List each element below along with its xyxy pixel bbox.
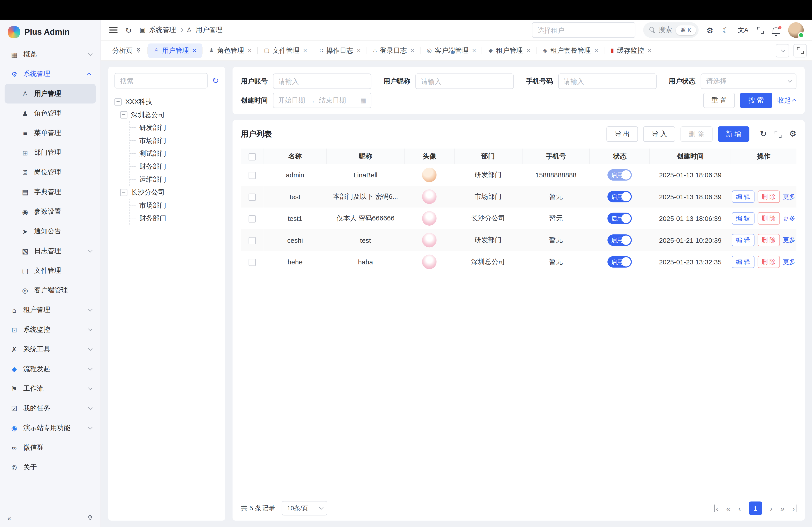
sidebar-item-wechat-group[interactable]: ∞ 微信群: [5, 438, 96, 457]
row-checkbox[interactable]: [249, 172, 256, 179]
sidebar-item-file-management[interactable]: ▢ 文件管理: [5, 261, 96, 281]
refresh-icon[interactable]: ↻: [126, 26, 132, 34]
first-page-icon[interactable]: ‹: [714, 504, 719, 512]
sidebar-item-workflow[interactable]: ⚑ 工作流: [5, 379, 96, 398]
sidebar-item-demo-features[interactable]: ◉ 演示站专用功能: [5, 418, 96, 438]
sidebar-item-role-management[interactable]: ♟ 角色管理: [5, 104, 96, 123]
delete-button[interactable]: 删 除: [757, 234, 780, 246]
row-checkbox[interactable]: [249, 193, 256, 201]
row-checkbox[interactable]: [249, 258, 256, 266]
table-settings-icon[interactable]: ⚙: [789, 130, 796, 138]
fullscreen-icon[interactable]: [757, 27, 764, 33]
tree-refresh-icon[interactable]: ↻: [212, 77, 219, 85]
collapse-sidebar-button[interactable]: «: [7, 514, 11, 522]
collapse-filters-link[interactable]: 收起: [777, 96, 796, 105]
pin-sidebar-icon[interactable]: [87, 515, 93, 521]
reset-button[interactable]: 重 置: [703, 93, 735, 108]
tree-node-root[interactable]: XXX科技: [114, 95, 219, 108]
tab-dropdown-button[interactable]: [776, 44, 789, 57]
tree-node-company[interactable]: 长沙分公司: [120, 186, 219, 199]
column-header[interactable]: 名称: [264, 149, 327, 164]
row-checkbox[interactable]: [249, 215, 256, 223]
tree-node-dept[interactable]: 市场部门: [130, 199, 219, 212]
batch-delete-button[interactable]: 删 除: [681, 126, 712, 142]
tab-operation-log[interactable]: ∷ 操作日志 ×: [314, 43, 366, 58]
close-icon[interactable]: ×: [248, 47, 251, 54]
tab-cache-monitor[interactable]: ▮ 缓存监控 ×: [605, 43, 657, 58]
sidebar-item-dict-management[interactable]: ▤ 字典管理: [5, 182, 96, 202]
tree-search-input[interactable]: [114, 73, 207, 89]
row-checkbox[interactable]: [249, 237, 256, 244]
close-icon[interactable]: ×: [410, 47, 414, 54]
next-pages-icon[interactable]: »: [780, 504, 784, 512]
page-size-select[interactable]: 10条/页: [282, 501, 328, 515]
tab-login-log[interactable]: ∴ 登录日志 ×: [367, 43, 420, 58]
tree-node-dept[interactable]: 财务部门: [130, 160, 219, 173]
tree-expander[interactable]: [114, 98, 121, 105]
close-icon[interactable]: ×: [648, 47, 651, 54]
breadcrumb-user[interactable]: 用户管理: [195, 25, 222, 34]
import-button[interactable]: 导 入: [643, 126, 675, 142]
current-page[interactable]: 1: [749, 501, 762, 515]
table-refresh-icon[interactable]: ↻: [760, 130, 767, 138]
tab-role-management[interactable]: ♟ 角色管理 ×: [203, 43, 257, 58]
phone-input[interactable]: [558, 74, 656, 89]
tree-expander[interactable]: [120, 111, 128, 118]
nickname-input[interactable]: [416, 74, 514, 89]
sidebar-item-system-tools[interactable]: ✗ 系统工具: [5, 340, 96, 359]
edit-button[interactable]: 编 辑: [732, 191, 754, 203]
table-fullscreen-icon[interactable]: [774, 131, 781, 137]
status-select[interactable]: 请选择: [700, 74, 796, 89]
search-button[interactable]: 搜 索: [740, 93, 772, 108]
next-page-icon[interactable]: ›: [770, 504, 772, 512]
more-button[interactable]: 更多: [783, 236, 795, 244]
sidebar-item-log-management[interactable]: ▧ 日志管理: [5, 241, 96, 261]
tree-node-company[interactable]: 深圳总公司: [120, 108, 219, 121]
column-header[interactable]: 状态: [590, 149, 650, 164]
global-search-button[interactable]: 搜索 ⌘ K: [643, 22, 699, 38]
translate-icon[interactable]: 文A: [738, 26, 749, 34]
gear-icon[interactable]: ⚙: [707, 26, 713, 34]
delete-button[interactable]: 删 除: [757, 212, 780, 225]
breadcrumb-system[interactable]: 系统管理: [149, 25, 176, 34]
sidebar-item-process-start[interactable]: ◆ 流程发起: [5, 359, 96, 379]
sidebar-item-user-management[interactable]: ♙ 用户管理: [5, 84, 96, 104]
tree-node-dept[interactable]: 测试部门: [130, 147, 219, 160]
tree-node-dept[interactable]: 运维部门: [130, 173, 219, 186]
tab-analysis-page[interactable]: 分析页: [107, 43, 147, 58]
close-icon[interactable]: ×: [594, 47, 598, 54]
sidebar-item-system-monitor[interactable]: ⊡ 系统监控: [5, 320, 96, 340]
more-button[interactable]: 更多: [783, 214, 795, 223]
status-toggle[interactable]: 启用: [608, 191, 632, 202]
user-avatar[interactable]: [788, 22, 804, 38]
column-header[interactable]: 手机号: [522, 149, 590, 164]
content-fullscreen-button[interactable]: [793, 44, 807, 57]
status-toggle[interactable]: 启用: [608, 235, 632, 246]
delete-button[interactable]: 删 除: [757, 256, 780, 268]
sidebar-item-my-tasks[interactable]: ☑ 我的任务: [5, 398, 96, 418]
more-button[interactable]: 更多: [783, 192, 795, 201]
notification-bell-icon[interactable]: [772, 27, 779, 33]
tab-tenant-package-management[interactable]: ◈ 租户套餐管理 ×: [537, 43, 604, 58]
close-icon[interactable]: ×: [193, 47, 197, 54]
pin-icon[interactable]: [136, 48, 142, 53]
tab-client-management[interactable]: ◎ 客户端管理 ×: [421, 43, 482, 58]
status-toggle[interactable]: 启用: [608, 213, 632, 224]
menu-toggle-icon[interactable]: [109, 27, 117, 33]
column-header[interactable]: 头像: [405, 149, 454, 164]
last-page-icon[interactable]: ›: [792, 504, 796, 512]
edit-button[interactable]: 编 辑: [732, 234, 754, 246]
sidebar-item-post-management[interactable]: ♖ 岗位管理: [5, 163, 96, 182]
edit-button[interactable]: 编 辑: [732, 256, 754, 268]
select-all-checkbox[interactable]: [249, 153, 256, 160]
sidebar-item-notice[interactable]: ➤ 通知公告: [5, 222, 96, 241]
column-header[interactable]: 昵称: [327, 149, 405, 164]
status-toggle[interactable]: 启用: [608, 256, 632, 268]
dark-mode-icon[interactable]: ☾: [722, 26, 729, 34]
sidebar-item-param-settings[interactable]: ◉ 参数设置: [5, 202, 96, 221]
tree-node-dept[interactable]: 财务部门: [130, 212, 219, 225]
status-toggle[interactable]: 启用: [608, 169, 632, 181]
sidebar-item-client-management[interactable]: ◎ 客户端管理: [5, 281, 96, 300]
column-header[interactable]: 部门: [454, 149, 522, 164]
close-icon[interactable]: ×: [357, 47, 361, 54]
